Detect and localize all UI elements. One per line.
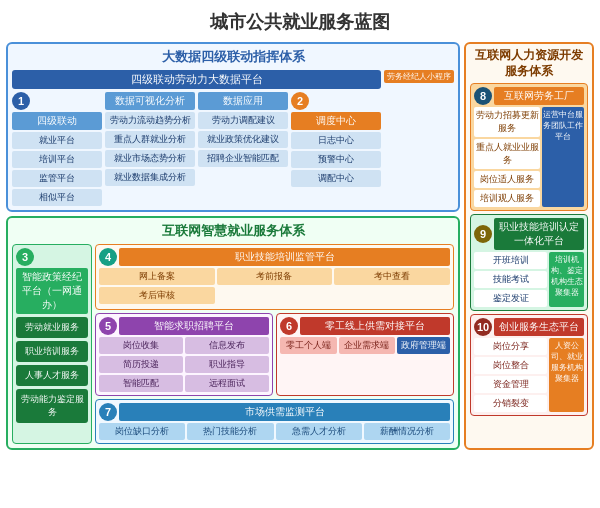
- online-left: 零工个人端 企业需求端: [280, 337, 395, 354]
- num-badge-2: 2: [291, 92, 309, 110]
- skill-train-box: 4 职业技能培训监管平台 网上备案 考前报备 考中查看 考后审核: [95, 244, 454, 310]
- list-item: 日志中心: [291, 132, 381, 149]
- list-item: 岗位收集: [99, 337, 183, 354]
- internet-inner: 3 智能政策经纪平台（一网通办） 劳动就业服务 职业培训服务 人事人才服务 劳动…: [12, 244, 454, 444]
- entrepreneur-title: 创业服务生态平台: [494, 318, 584, 336]
- left-col-items: 就业平台 培训平台 监管平台 相似平台: [12, 132, 102, 206]
- labor-app-badge: 劳务经纪人小程序: [384, 70, 454, 83]
- market-title: 市场供需监测平台: [119, 403, 450, 421]
- skill-cert-right: 培训机构、鉴定机构生态聚集器: [549, 252, 584, 307]
- list-item: 岗位适人服务: [474, 171, 540, 188]
- list-item: 网上备案: [99, 268, 215, 285]
- list-item: 资金管理: [474, 376, 547, 393]
- list-item: 就业市场态势分析: [105, 150, 195, 167]
- list-item: 零工个人端: [280, 337, 337, 354]
- right-section: 互联网人力资源开发服务体系 8 互联网劳务工厂 劳动力招募更新服务 重点人就业业…: [464, 42, 594, 450]
- list-item: 企业需求端: [339, 337, 396, 354]
- hr-internet-title: 互联网人力资源开发服务体系: [470, 48, 588, 79]
- bigdata-col-left: 1 四级联动 就业平台 培训平台 监管平台 相似平台: [12, 92, 102, 206]
- online-title: 零工线上供需对接平台: [300, 317, 450, 335]
- skill-cert-left: 开班培训 技能考试 鉴定发证: [474, 252, 547, 307]
- list-item: 分销裂变: [474, 395, 547, 412]
- right-inner: 4 职业技能培训监管平台 网上备案 考前报备 考中查看 考后审核: [95, 244, 454, 444]
- list-item: 培训观人服务: [474, 190, 540, 207]
- list-item: 人事人才服务: [16, 365, 88, 386]
- list-item: 调配中心: [291, 170, 381, 187]
- cmd-items: 日志中心 预警中心 调配中心: [291, 132, 381, 187]
- list-item: 就业平台: [12, 132, 102, 149]
- entrepreneur-left: 岗位分享 岗位整合 资金管理 分销裂变: [474, 338, 547, 412]
- hr-factory-box: 8 互联网劳务工厂 劳动力招募更新服务 重点人就业业服务 岗位适人服务 培训观人…: [470, 83, 588, 211]
- num-badge-7: 7: [99, 403, 117, 421]
- list-item: 政府管理端: [397, 337, 450, 354]
- list-item: 开班培训: [474, 252, 547, 269]
- left-section: 大数据四级联动指挥体系 四级联动劳动力大数据平台 1 四级联动 就业平台: [6, 42, 460, 450]
- list-item: 招聘企业智能匹配: [198, 150, 288, 167]
- recruit-box: 5 智能求职招聘平台 岗位收集 信息发布 简历投递 职业指导 智能匹配 远程面试: [95, 313, 273, 396]
- list-item: 岗位缺口分析: [99, 423, 185, 440]
- list-item: 重点人群就业分析: [105, 131, 195, 148]
- list-item: 监管平台: [12, 170, 102, 187]
- list-item: 运营中台服务团队工作平台: [542, 107, 584, 207]
- list-item: 考中查看: [334, 268, 450, 285]
- recruit-items: 岗位收集 信息发布 简历投递 职业指导 智能匹配 远程面试: [99, 337, 269, 392]
- recruit-online-row: 5 智能求职招聘平台 岗位收集 信息发布 简历投递 职业指导 智能匹配 远程面试: [95, 313, 454, 396]
- hr-factory-title: 互联网劳务工厂: [494, 87, 584, 105]
- list-item: 重点人就业业服务: [474, 139, 540, 169]
- num-badge-10: 10: [474, 318, 492, 336]
- num-badge-4: 4: [99, 248, 117, 266]
- bigdata-title: 大数据四级联动指挥体系: [12, 48, 454, 66]
- list-item: 劳动力招募更新服务: [474, 107, 540, 137]
- center-col-header: 数据可视化分析: [105, 92, 195, 110]
- list-item: 相似平台: [12, 189, 102, 206]
- list-item: 岗位整合: [474, 357, 547, 374]
- policy-title: 智能政策经纪平台（一网通办）: [16, 268, 88, 314]
- bigdata-col-right: 数据应用 劳动力调配建议 就业政策优化建议 招聘企业智能匹配: [198, 92, 288, 206]
- hr-internet-box: 互联网人力资源开发服务体系 8 互联网劳务工厂 劳动力招募更新服务 重点人就业业…: [464, 42, 594, 450]
- skill-train-items: 网上备案 考前报备 考中查看 考后审核: [99, 268, 450, 304]
- market-box: 7 市场供需监测平台 岗位缺口分析 热门技能分析 急需人才分析 薪酬情况分析: [95, 399, 454, 444]
- num-badge-8: 8: [474, 87, 492, 105]
- right-col-items: 劳动力调配建议 就业政策优化建议 招聘企业智能匹配: [198, 112, 288, 167]
- online-box: 6 零工线上供需对接平台 零工个人端 企业需求端 政府管理端: [276, 313, 454, 396]
- list-item: 岗位分享: [474, 338, 547, 355]
- internet-title: 互联网智慧就业服务体系: [12, 222, 454, 240]
- list-item: 劳动力调配建议: [198, 112, 288, 129]
- hr-factory-left: 劳动力招募更新服务 重点人就业业服务 岗位适人服务 培训观人服务: [474, 107, 540, 207]
- list-item: 远程面试: [185, 375, 269, 392]
- list-item: 劳动能力鉴定服务: [16, 389, 88, 423]
- entrepreneur-box: 10 创业服务生态平台 岗位分享 岗位整合 资金管理 分销裂变 人资公司、就业服…: [470, 314, 588, 416]
- internet-section: 互联网智慧就业服务体系 3 智能政策经纪平台（一网通办） 劳动就业服务 职业培训…: [6, 216, 460, 450]
- entrepreneur-inner: 岗位分享 岗位整合 资金管理 分销裂变 人资公司、就业服务机构聚集器: [474, 338, 584, 412]
- online-right: 政府管理端: [397, 337, 450, 354]
- list-item: 考前报备: [217, 268, 333, 285]
- list-item: 薪酬情况分析: [364, 423, 450, 440]
- list-item: 技能考试: [474, 271, 547, 288]
- main-container: 大数据四级联动指挥体系 四级联动劳动力大数据平台 1 四级联动 就业平台: [0, 42, 600, 456]
- skill-train-title: 职业技能培训监管平台: [119, 248, 450, 266]
- market-items: 岗位缺口分析 热门技能分析 急需人才分析 薪酬情况分析: [99, 423, 450, 440]
- list-item: 劳动力流动趋势分析: [105, 112, 195, 129]
- bigdata-col-center: 数据可视化分析 劳动力流动趋势分析 重点人群就业分析 就业市场态势分析 就业数据…: [105, 92, 195, 206]
- list-item: 信息发布: [185, 337, 269, 354]
- policy-items: 劳动就业服务 职业培训服务 人事人才服务 劳动能力鉴定服务: [16, 317, 88, 423]
- list-item: 培训平台: [12, 151, 102, 168]
- platform-title: 四级联动劳动力大数据平台: [12, 70, 381, 89]
- list-item: 就业数据集成分析: [105, 169, 195, 186]
- list-item: 人资公司、就业服务机构聚集器: [549, 338, 584, 412]
- list-item: 急需人才分析: [276, 423, 362, 440]
- recruit-title: 智能求职招聘平台: [119, 317, 269, 335]
- bigdata-col-dispatch: 2 调度中心 日志中心 预警中心 调配中心: [291, 92, 381, 206]
- bigdata-section: 大数据四级联动指挥体系 四级联动劳动力大数据平台 1 四级联动 就业平台: [6, 42, 460, 212]
- list-item: 简历投递: [99, 356, 183, 373]
- list-item: 劳动就业服务: [16, 317, 88, 338]
- left-col-header: 四级联动: [12, 112, 102, 130]
- skill-cert-inner: 开班培训 技能考试 鉴定发证 培训机构、鉴定机构生态聚集器: [474, 252, 584, 307]
- list-item: 职业培训服务: [16, 341, 88, 362]
- num-badge-1: 1: [12, 92, 30, 110]
- cmd-center-label: 调度中心: [291, 112, 381, 130]
- num-badge-3: 3: [16, 248, 34, 266]
- list-item: 职业指导: [185, 356, 269, 373]
- bigdata-inner: 1 四级联动 就业平台 培训平台 监管平台 相似平台: [12, 92, 381, 206]
- hr-factory-right: 运营中台服务团队工作平台: [542, 107, 584, 207]
